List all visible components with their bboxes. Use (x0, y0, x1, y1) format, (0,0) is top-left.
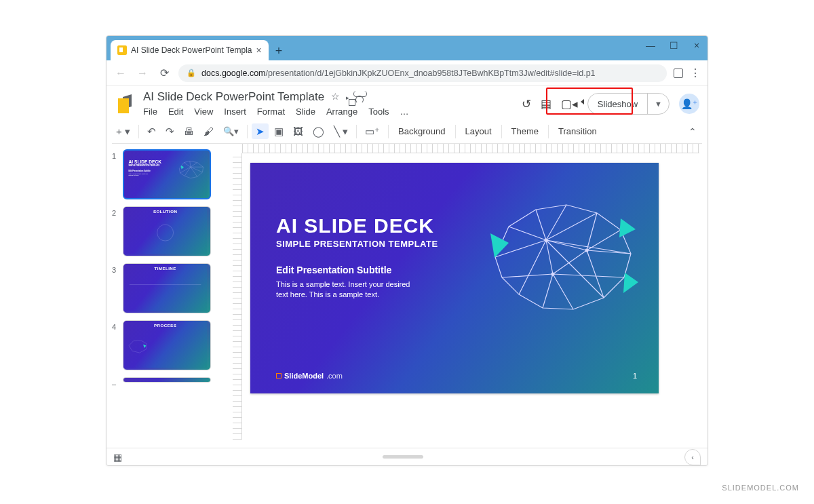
thumb-number: 4 (112, 320, 119, 331)
tab-title: AI Slide Deck PowerPoint Templa (131, 45, 252, 55)
brain-graphic (478, 193, 641, 322)
slide-thumbnail-2[interactable]: SOLUTION (123, 206, 211, 256)
doc-title[interactable]: AI Slide Deck PowerPoint Template (143, 90, 324, 104)
browser-titlebar: AI Slide Deck PowerPoint Templa × + — ☐ … (106, 36, 708, 60)
svg-marker-0 (181, 166, 184, 170)
slideshow-label[interactable]: Slideshow (588, 94, 648, 114)
svg-point-2 (545, 239, 547, 241)
menu-insert[interactable]: Insert (224, 106, 246, 117)
ruler-vertical (233, 153, 242, 440)
toolbar-collapse-icon[interactable]: ⌃ (689, 126, 702, 137)
history-icon[interactable]: ↺ (522, 97, 531, 111)
thumb-number: 1 (112, 149, 119, 160)
svg-marker-1 (143, 345, 146, 348)
slide-thumbnail-5[interactable] (123, 377, 211, 383)
share-button[interactable]: 👤⁺ (679, 94, 699, 114)
slide-canvas[interactable]: AI SLIDE DECK SIMPLE PRESENTATION TEMPLA… (250, 163, 659, 393)
menu-view[interactable]: View (194, 106, 213, 117)
svg-marker-6 (619, 218, 636, 237)
slide-content: AI SLIDE DECK SIMPLE PRESENTATION TEMPLA… (250, 163, 659, 393)
header-actions: ↺ ▤ ▢◂ Slideshow ▼ 👤⁺ (522, 90, 699, 115)
shape-icon[interactable]: ◯ (309, 123, 328, 139)
slidemodel-logo-icon (276, 373, 282, 379)
stage: AI Slide Deck PowerPoint Templa × + — ☐ … (0, 0, 814, 504)
thumb-number: 3 (112, 263, 119, 274)
menu-more[interactable]: … (400, 106, 409, 117)
nav-reload-icon[interactable]: ⟳ (157, 66, 172, 79)
layout-button[interactable]: Layout (460, 123, 497, 139)
new-slide-button[interactable]: + ▾ (112, 123, 134, 139)
slideshow-button[interactable]: Slideshow ▼ (587, 93, 670, 115)
attribution: SLIDEMODEL.COM (722, 484, 799, 492)
grid-view-icon[interactable]: ▦ (113, 452, 121, 463)
paint-format-icon[interactable]: 🖌 (199, 123, 218, 139)
window-controls: — ☐ × (645, 40, 702, 51)
line-icon[interactable]: ╲ ▾ (330, 123, 352, 139)
slide-thumbnail-1[interactable]: AI SLIDE DECK SIMPLE PRESENTATION TEMPLA… (123, 149, 211, 199)
close-window-icon[interactable]: × (691, 40, 702, 51)
slide-thumbnail-3[interactable]: TIMELINE (123, 263, 211, 313)
background-button[interactable]: Background (393, 123, 450, 139)
thumbnail-pane[interactable]: 1 AI SLIDE DECK SIMPLE PRESENTATION TEMP… (106, 144, 222, 448)
menu-file[interactable]: File (143, 106, 157, 117)
meet-icon[interactable]: ▢◂ (561, 97, 578, 111)
menu-edit[interactable]: Edit (168, 106, 183, 117)
comments-icon[interactable]: ▤ (541, 97, 551, 111)
print-icon[interactable]: 🖶 (180, 123, 198, 139)
minimize-icon[interactable]: — (645, 40, 656, 51)
slide-body[interactable]: This is a sample text. Insert your desir… (276, 279, 412, 300)
url-field[interactable]: 🔒 docs.google.com/presentation/d/1ejGbki… (178, 64, 667, 82)
thumb-number: – (112, 377, 119, 388)
tab-close-icon[interactable]: × (256, 45, 262, 55)
slide-subheading[interactable]: Edit Presentation Subtitle (276, 265, 391, 275)
zoom-icon[interactable]: 🔍▾ (219, 124, 243, 138)
menu-bar: File Edit View Insert Format Slide Arran… (143, 104, 513, 118)
toolbar: + ▾ ↶ ↷ 🖶 🖌 🔍▾ ➤ ▣ 🖼 ◯ ╲ ▾ ▭⁺ Background… (112, 119, 702, 144)
comment-add-icon[interactable]: ▭⁺ (361, 123, 384, 139)
slide-title[interactable]: AI SLIDE DECK (276, 214, 434, 237)
title-block: AI Slide Deck PowerPoint Template ☆ File… (143, 90, 513, 118)
maximize-icon[interactable]: ☐ (668, 40, 679, 51)
app-header: AI Slide Deck PowerPoint Template ☆ File… (106, 86, 708, 119)
star-icon[interactable]: ☆ (331, 91, 340, 102)
menu-format[interactable]: Format (257, 106, 285, 117)
menu-tools[interactable]: Tools (368, 106, 389, 117)
browser-tab[interactable]: AI Slide Deck PowerPoint Templa × (111, 40, 269, 60)
slideshow-group: Slideshow ▼ (587, 93, 670, 115)
slideshow-dropdown-icon[interactable]: ▼ (648, 100, 669, 108)
browser-urlbar: ← → ⟳ 🔒 docs.google.com/presentation/d/1… (106, 60, 708, 86)
slide-pagenum: 1 (633, 372, 637, 380)
nav-back-icon[interactable]: ← (113, 67, 128, 79)
svg-point-4 (585, 249, 588, 252)
svg-marker-7 (623, 273, 638, 293)
theme-button[interactable]: Theme (506, 123, 544, 139)
transition-button[interactable]: Transition (553, 123, 602, 139)
slides-logo-icon (116, 93, 135, 116)
url-text: docs.google.com/presentation/d/1ejGbkinJ… (201, 69, 596, 78)
browser-window: AI Slide Deck PowerPoint Templa × + — ☐ … (106, 35, 708, 466)
thumb-number: 2 (112, 206, 119, 217)
select-tool-icon[interactable]: ➤ (252, 123, 269, 139)
new-tab-button[interactable]: + (269, 44, 290, 60)
slides-favicon-icon (117, 45, 127, 55)
svg-point-3 (551, 273, 554, 275)
menu-arrange[interactable]: Arrange (326, 106, 357, 117)
redo-icon[interactable]: ↷ (161, 123, 178, 139)
image-icon[interactable]: 🖼 (289, 123, 307, 139)
ruler-horizontal (242, 144, 699, 153)
explore-icon[interactable]: ‹ (684, 449, 701, 465)
undo-icon[interactable]: ↶ (143, 123, 160, 139)
lock-icon: 🔒 (187, 69, 196, 77)
canvas-area: AI SLIDE DECK SIMPLE PRESENTATION TEMPLA… (222, 144, 708, 448)
nav-forward-icon[interactable]: → (135, 67, 150, 79)
browser-menu-icon[interactable]: ⋮ (690, 66, 701, 79)
slide-footer: SlideModel.com (276, 372, 343, 380)
textbox-icon[interactable]: ▣ (270, 123, 288, 139)
workarea: 1 AI SLIDE DECK SIMPLE PRESENTATION TEMP… (106, 144, 708, 448)
slide-thumbnail-4[interactable]: PROCESS (123, 320, 211, 370)
install-app-icon[interactable] (674, 69, 683, 78)
scroll-handle[interactable] (121, 455, 684, 459)
status-bar: ▦ ‹ (106, 448, 708, 465)
menu-slide[interactable]: Slide (296, 106, 315, 117)
slide-subtitle[interactable]: SIMPLE PRESENTATION TEMPLATE (276, 239, 438, 249)
